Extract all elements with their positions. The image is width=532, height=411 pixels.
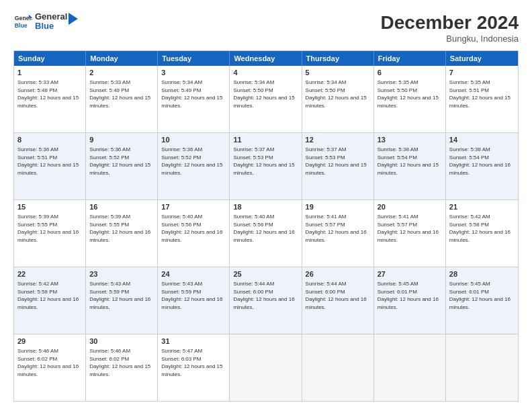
cell-info: Sunrise: 5:34 AMSunset: 5:50 PMDaylight:… [233, 79, 294, 109]
logo-arrow-icon [69, 13, 78, 25]
cell-info: Sunrise: 5:36 AMSunset: 5:51 PMDaylight:… [17, 146, 79, 176]
cell-14: 14 Sunrise: 5:38 AMSunset: 5:54 PMDaylig… [446, 133, 518, 199]
calendar: Sunday Monday Tuesday Wednesday Thursday… [13, 50, 519, 402]
cell-12: 12 Sunrise: 5:37 AMSunset: 5:53 PMDaylig… [302, 133, 374, 199]
header-friday: Friday [374, 51, 446, 66]
cell-3: 3 Sunrise: 5:34 AMSunset: 5:49 PMDayligh… [158, 66, 230, 132]
cell-29: 29 Sunrise: 5:46 AMSunset: 6:02 PMDaylig… [14, 334, 86, 401]
cell-info: Sunrise: 5:36 AMSunset: 5:52 PMDaylight:… [89, 146, 150, 176]
cell-8: 8 Sunrise: 5:36 AMSunset: 5:51 PMDayligh… [14, 133, 86, 199]
calendar-body: 1 Sunrise: 5:33 AMSunset: 5:48 PMDayligh… [14, 66, 518, 401]
cell-info: Sunrise: 5:37 AMSunset: 5:53 PMDaylight:… [306, 146, 367, 176]
cell-info: Sunrise: 5:34 AMSunset: 5:50 PMDaylight:… [306, 79, 367, 109]
cell-info: Sunrise: 5:36 AMSunset: 5:52 PMDaylight:… [161, 146, 222, 176]
day-num: 25 [233, 269, 298, 279]
day-num: 8 [17, 135, 82, 145]
day-num: 3 [161, 68, 226, 78]
day-num: 14 [449, 135, 515, 145]
cell-info: Sunrise: 5:35 AMSunset: 5:50 PMDaylight:… [378, 79, 439, 109]
day-num: 19 [306, 202, 370, 212]
day-num: 24 [161, 269, 226, 279]
day-num: 29 [17, 336, 82, 347]
cell-24: 24 Sunrise: 5:43 AMSunset: 5:59 PMDaylig… [158, 267, 230, 334]
day-num: 12 [306, 135, 370, 145]
day-num: 2 [89, 68, 154, 78]
day-num: 4 [233, 68, 298, 78]
cell-13: 13 Sunrise: 5:38 AMSunset: 5:54 PMDaylig… [374, 133, 446, 199]
cell-26: 26 Sunrise: 5:44 AMSunset: 6:00 PMDaylig… [302, 267, 374, 334]
cell-1: 1 Sunrise: 5:33 AMSunset: 5:48 PMDayligh… [14, 66, 86, 132]
cell-info: Sunrise: 5:37 AMSunset: 5:53 PMDaylight:… [233, 146, 294, 176]
day-num: 13 [378, 135, 442, 145]
cell-info: Sunrise: 5:42 AMSunset: 5:58 PMDaylight:… [449, 214, 511, 243]
cell-info: Sunrise: 5:39 AMSunset: 5:55 PMDaylight:… [89, 214, 150, 243]
cell-info: Sunrise: 5:33 AMSunset: 5:48 PMDaylight:… [17, 79, 79, 109]
day-num: 30 [89, 336, 154, 347]
logo-icon: General Blue [13, 12, 32, 31]
cal-row-4: 22 Sunrise: 5:42 AMSunset: 5:58 PMDaylig… [14, 267, 518, 334]
cell-empty-1 [230, 334, 302, 401]
day-num: 26 [306, 269, 370, 279]
cell-23: 23 Sunrise: 5:43 AMSunset: 5:59 PMDaylig… [86, 267, 158, 334]
cell-18: 18 Sunrise: 5:40 AMSunset: 5:56 PMDaylig… [230, 200, 302, 267]
cell-31: 31 Sunrise: 5:47 AMSunset: 6:03 PMDaylig… [158, 334, 230, 401]
cell-info: Sunrise: 5:34 AMSunset: 5:49 PMDaylight:… [161, 79, 222, 109]
day-num: 17 [161, 202, 226, 212]
day-num: 10 [161, 135, 226, 145]
day-num: 28 [449, 269, 515, 279]
header: General Blue General Blue December 2024 … [13, 12, 519, 44]
cell-info: Sunrise: 5:38 AMSunset: 5:54 PMDaylight:… [378, 146, 439, 176]
cell-30: 30 Sunrise: 5:46 AMSunset: 6:02 PMDaylig… [86, 334, 158, 401]
calendar-header: Sunday Monday Tuesday Wednesday Thursday… [14, 51, 518, 66]
cell-info: Sunrise: 5:44 AMSunset: 6:00 PMDaylight:… [306, 281, 367, 310]
day-num: 21 [449, 202, 515, 212]
day-num: 15 [17, 202, 82, 212]
header-wednesday: Wednesday [230, 51, 302, 66]
cell-info: Sunrise: 5:41 AMSunset: 5:57 PMDaylight:… [378, 214, 439, 243]
cell-10: 10 Sunrise: 5:36 AMSunset: 5:52 PMDaylig… [158, 133, 230, 199]
day-num: 6 [378, 68, 442, 78]
cell-17: 17 Sunrise: 5:40 AMSunset: 5:56 PMDaylig… [158, 200, 230, 267]
header-monday: Monday [86, 51, 158, 66]
cell-info: Sunrise: 5:40 AMSunset: 5:56 PMDaylight:… [233, 214, 294, 243]
cell-21: 21 Sunrise: 5:42 AMSunset: 5:58 PMDaylig… [446, 200, 518, 267]
day-num: 20 [378, 202, 442, 212]
cell-info: Sunrise: 5:41 AMSunset: 5:57 PMDaylight:… [306, 214, 367, 243]
day-num: 9 [89, 135, 154, 145]
logo: General Blue General Blue [13, 12, 78, 32]
cell-info: Sunrise: 5:47 AMSunset: 6:03 PMDaylight:… [161, 348, 222, 377]
cell-info: Sunrise: 5:39 AMSunset: 5:55 PMDaylight:… [17, 214, 79, 243]
cell-info: Sunrise: 5:33 AMSunset: 5:49 PMDaylight:… [89, 79, 150, 109]
page: General Blue General Blue December 2024 … [0, 0, 532, 411]
cell-info: Sunrise: 5:45 AMSunset: 6:01 PMDaylight:… [449, 281, 511, 310]
cell-info: Sunrise: 5:43 AMSunset: 5:59 PMDaylight:… [161, 281, 222, 310]
day-num: 16 [89, 202, 154, 212]
cell-empty-2 [302, 334, 374, 401]
day-num: 31 [161, 336, 226, 347]
cell-5: 5 Sunrise: 5:34 AMSunset: 5:50 PMDayligh… [302, 66, 374, 132]
day-num: 23 [89, 269, 154, 279]
cell-info: Sunrise: 5:40 AMSunset: 5:56 PMDaylight:… [161, 214, 222, 243]
svg-text:Blue: Blue [15, 22, 28, 29]
header-tuesday: Tuesday [158, 51, 230, 66]
cell-empty-4 [446, 334, 518, 401]
day-num: 5 [306, 68, 370, 78]
cal-row-5: 29 Sunrise: 5:46 AMSunset: 6:02 PMDaylig… [14, 334, 518, 401]
header-saturday: Saturday [446, 51, 518, 66]
cell-16: 16 Sunrise: 5:39 AMSunset: 5:55 PMDaylig… [86, 200, 158, 267]
cell-empty-3 [374, 334, 446, 401]
cell-7: 7 Sunrise: 5:35 AMSunset: 5:51 PMDayligh… [446, 66, 518, 132]
cell-info: Sunrise: 5:45 AMSunset: 6:01 PMDaylight:… [378, 281, 439, 310]
cell-info: Sunrise: 5:43 AMSunset: 5:59 PMDaylight:… [89, 281, 150, 310]
cell-4: 4 Sunrise: 5:34 AMSunset: 5:50 PMDayligh… [230, 66, 302, 132]
header-thursday: Thursday [302, 51, 374, 66]
cell-27: 27 Sunrise: 5:45 AMSunset: 6:01 PMDaylig… [374, 267, 446, 334]
svg-marker-4 [69, 13, 78, 25]
cell-info: Sunrise: 5:46 AMSunset: 6:02 PMDaylight:… [17, 348, 79, 377]
day-num: 7 [449, 68, 515, 78]
cell-info: Sunrise: 5:46 AMSunset: 6:02 PMDaylight:… [89, 348, 150, 377]
cell-19: 19 Sunrise: 5:41 AMSunset: 5:57 PMDaylig… [302, 200, 374, 267]
cell-2: 2 Sunrise: 5:33 AMSunset: 5:49 PMDayligh… [86, 66, 158, 132]
cell-info: Sunrise: 5:35 AMSunset: 5:51 PMDaylight:… [449, 79, 511, 109]
day-num: 11 [233, 135, 298, 145]
